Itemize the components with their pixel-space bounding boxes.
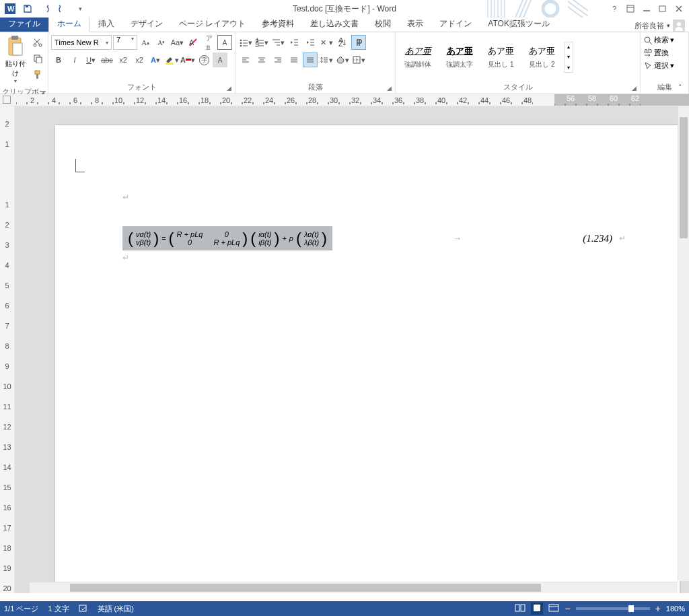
distribute-icon[interactable] bbox=[303, 53, 318, 67]
tab-view[interactable]: 表示 bbox=[399, 16, 431, 32]
zoom-out-icon[interactable]: − bbox=[565, 603, 570, 614]
tab-addins[interactable]: アドイン bbox=[431, 16, 480, 32]
style-item[interactable]: あア亜強調太字 bbox=[440, 41, 479, 73]
align-center-icon[interactable] bbox=[254, 53, 269, 67]
collapse-ribbon-icon[interactable]: ˄ bbox=[674, 83, 686, 93]
bullets-icon[interactable]: ▾ bbox=[238, 35, 253, 50]
tab-mailings[interactable]: 差し込み文書 bbox=[302, 16, 367, 32]
copy-icon[interactable] bbox=[30, 51, 45, 66]
svg-line-10 bbox=[519, 0, 527, 18]
align-left-icon[interactable] bbox=[238, 53, 253, 67]
tab-file[interactable]: ファイル bbox=[0, 16, 48, 32]
paste-button[interactable]: 貼り付け ▾ bbox=[3, 35, 28, 84]
justify-icon[interactable] bbox=[287, 53, 301, 67]
ribbon-display-icon[interactable] bbox=[623, 2, 638, 15]
account-label[interactable]: 所谷良裕 ▾ bbox=[634, 20, 689, 32]
document-scroll[interactable]: ↵ ( vα(t)vβ(t) ) = ( R + pLq0 0R + pLq )… bbox=[15, 106, 689, 593]
tab-selector-icon[interactable] bbox=[3, 96, 11, 104]
font-name-combo[interactable]: Times New R▾ bbox=[51, 35, 112, 50]
undo-icon[interactable] bbox=[38, 1, 52, 16]
subscript-button[interactable]: x2 bbox=[116, 53, 131, 67]
grow-font-icon[interactable]: A▴ bbox=[139, 35, 153, 50]
styles-launcher-icon[interactable]: ◢ bbox=[630, 85, 638, 93]
vertical-scrollbar[interactable] bbox=[678, 106, 689, 581]
tab-atok[interactable]: ATOK拡張ツール bbox=[480, 16, 558, 32]
select-button[interactable]: 選択▾ bbox=[643, 61, 674, 71]
border-icon[interactable]: ▾ bbox=[351, 53, 366, 67]
indent-increase-icon[interactable] bbox=[303, 35, 318, 50]
style-item[interactable]: あア亜見出し 1 bbox=[482, 41, 520, 73]
zoom-slider[interactable] bbox=[576, 607, 650, 610]
font-size-combo[interactable]: 7▾ bbox=[113, 35, 137, 50]
phonetic-guide-icon[interactable]: ア亜 bbox=[202, 35, 217, 50]
equation-object[interactable]: ( vα(t)vβ(t) ) = ( R + pLq0 0R + pLq ) (… bbox=[122, 226, 332, 250]
horizontal-ruler[interactable]: 2468101214161820222426283032343638404244… bbox=[0, 94, 689, 106]
title-bar: W ▾ Test.doc [互換モード] - Word ? bbox=[0, 0, 689, 18]
find-button[interactable]: 検索▾ bbox=[643, 35, 674, 45]
read-mode-icon[interactable] bbox=[515, 604, 525, 613]
highlight-icon[interactable]: ▾ bbox=[164, 53, 179, 67]
superscript-button[interactable]: x2 bbox=[132, 53, 147, 67]
save-icon[interactable] bbox=[20, 1, 35, 16]
redo-icon[interactable] bbox=[55, 1, 70, 16]
close-icon[interactable] bbox=[672, 2, 686, 15]
horizontal-scrollbar[interactable] bbox=[30, 582, 678, 593]
text-effects-icon[interactable]: A▾ bbox=[148, 53, 163, 67]
tab-design[interactable]: デザイン bbox=[122, 16, 171, 32]
minimize-icon[interactable] bbox=[639, 2, 654, 15]
paragraph-launcher-icon[interactable]: ◢ bbox=[385, 85, 393, 93]
text-cursor bbox=[75, 159, 85, 172]
show-marks-icon[interactable] bbox=[351, 35, 366, 50]
svg-rect-23 bbox=[11, 36, 18, 40]
multilevel-icon[interactable]: ▾ bbox=[270, 35, 285, 50]
page-count[interactable]: 1/1 ページ bbox=[4, 604, 38, 614]
svg-point-33 bbox=[240, 40, 242, 42]
zoom-in-icon[interactable]: + bbox=[655, 603, 661, 614]
tab-references[interactable]: 参考資料 bbox=[254, 16, 302, 32]
align-right-icon[interactable] bbox=[270, 53, 285, 67]
underline-button[interactable]: U▾ bbox=[83, 53, 98, 67]
page[interactable]: ↵ ( vα(t)vβ(t) ) = ( R + pLq0 0R + pLq )… bbox=[55, 125, 680, 593]
scroll-thumb[interactable] bbox=[680, 117, 688, 238]
help-icon[interactable]: ? bbox=[607, 2, 622, 15]
line-spacing-icon[interactable]: ▾ bbox=[319, 53, 334, 67]
clear-format-icon[interactable]: A bbox=[186, 35, 201, 50]
tab-page-layout[interactable]: ページ レイアウト bbox=[171, 16, 254, 32]
enclose-char-icon[interactable]: 字 bbox=[196, 53, 211, 67]
qat-more-icon[interactable]: ▾ bbox=[73, 1, 87, 16]
shrink-font-icon[interactable]: A▾ bbox=[154, 35, 169, 50]
indent-decrease-icon[interactable] bbox=[287, 35, 301, 50]
italic-button[interactable]: I bbox=[67, 53, 82, 67]
tab-review[interactable]: 校閲 bbox=[367, 16, 399, 32]
strike-button[interactable]: abc bbox=[100, 53, 114, 67]
char-count[interactable]: 1 文字 bbox=[48, 604, 69, 614]
numbering-icon[interactable]: 123▾ bbox=[254, 35, 269, 50]
scroll-thumb[interactable] bbox=[70, 584, 541, 592]
language-label[interactable]: 英語 (米国) bbox=[98, 604, 134, 614]
asian-layout-icon[interactable]: ✕▾ bbox=[319, 35, 334, 50]
char-shading-icon[interactable]: A bbox=[213, 53, 227, 67]
char-border-icon[interactable]: A bbox=[217, 35, 232, 50]
web-layout-icon[interactable] bbox=[548, 604, 559, 613]
change-case-icon[interactable]: Aa▾ bbox=[170, 35, 185, 50]
shading-icon[interactable]: ▾ bbox=[335, 53, 350, 67]
cut-icon[interactable] bbox=[30, 35, 45, 50]
find-icon bbox=[643, 36, 653, 45]
bold-button[interactable]: B bbox=[51, 53, 66, 67]
tab-home[interactable]: ホーム bbox=[48, 15, 90, 32]
proofing-icon[interactable] bbox=[79, 603, 88, 614]
zoom-value[interactable]: 180% bbox=[666, 605, 685, 613]
vertical-ruler[interactable]: 3211234567891011121314151617181920212223 bbox=[0, 106, 15, 593]
zoom-slider-knob[interactable] bbox=[628, 605, 634, 612]
style-item[interactable]: あア亜強調斜体 bbox=[398, 41, 437, 73]
styles-gallery-scroll[interactable]: ▴▾▾ bbox=[564, 42, 573, 73]
sort-icon[interactable]: AZ bbox=[335, 35, 350, 50]
tab-insert[interactable]: 挿入 bbox=[90, 16, 122, 32]
replace-button[interactable]: ab置換 bbox=[643, 48, 669, 58]
style-item[interactable]: あア亜見出し 2 bbox=[523, 41, 561, 73]
maximize-icon[interactable] bbox=[655, 2, 670, 15]
font-color-icon[interactable]: A▾ bbox=[180, 53, 195, 67]
font-launcher-icon[interactable]: ◢ bbox=[225, 85, 233, 93]
print-layout-icon[interactable] bbox=[531, 603, 543, 615]
format-painter-icon[interactable] bbox=[30, 67, 45, 82]
